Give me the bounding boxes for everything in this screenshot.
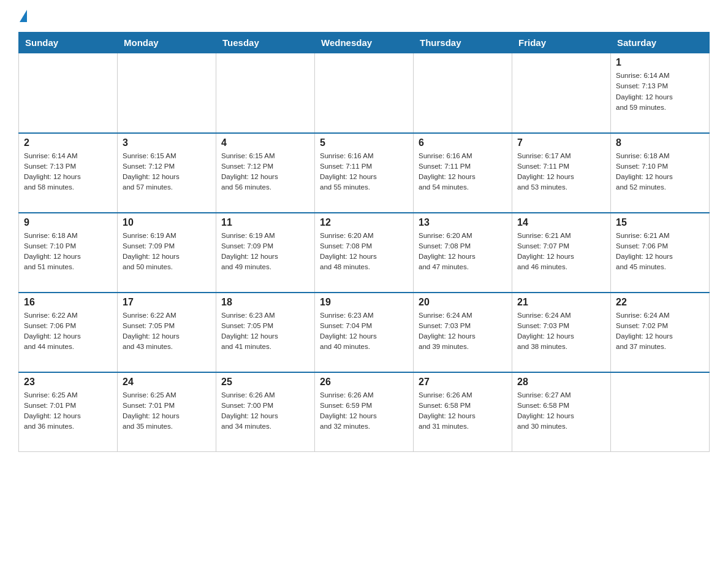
day-info: Sunrise: 6:26 AM Sunset: 6:59 PM Dayligh…	[320, 390, 408, 432]
week-row-4: 16Sunrise: 6:22 AM Sunset: 7:06 PM Dayli…	[19, 293, 710, 372]
header-saturday: Saturday	[611, 33, 710, 53]
day-number: 18	[221, 297, 309, 308]
calendar-cell: 27Sunrise: 6:26 AM Sunset: 6:58 PM Dayli…	[414, 372, 512, 452]
calendar-cell: 6Sunrise: 6:16 AM Sunset: 7:11 PM Daylig…	[414, 133, 512, 213]
day-number: 26	[320, 377, 408, 388]
day-info: Sunrise: 6:24 AM Sunset: 7:03 PM Dayligh…	[517, 310, 605, 353]
calendar-cell: 24Sunrise: 6:25 AM Sunset: 7:01 PM Dayli…	[118, 372, 216, 452]
day-number: 17	[123, 297, 211, 308]
week-row-2: 2Sunrise: 6:14 AM Sunset: 7:13 PM Daylig…	[19, 133, 710, 213]
calendar-cell: 15Sunrise: 6:21 AM Sunset: 7:06 PM Dayli…	[611, 213, 710, 293]
day-info: Sunrise: 6:24 AM Sunset: 7:03 PM Dayligh…	[419, 310, 507, 353]
calendar-cell: 28Sunrise: 6:27 AM Sunset: 6:58 PM Dayli…	[512, 372, 611, 452]
day-number: 11	[221, 217, 309, 228]
calendar-cell: 10Sunrise: 6:19 AM Sunset: 7:09 PM Dayli…	[118, 213, 216, 293]
day-info: Sunrise: 6:22 AM Sunset: 7:05 PM Dayligh…	[123, 310, 211, 353]
day-number: 20	[419, 297, 507, 308]
calendar-cell	[512, 53, 611, 133]
logo-triangle-icon	[20, 10, 27, 22]
day-number: 25	[221, 377, 309, 388]
day-number: 8	[616, 137, 704, 148]
calendar-cell: 2Sunrise: 6:14 AM Sunset: 7:13 PM Daylig…	[19, 133, 118, 213]
day-number: 19	[320, 297, 408, 308]
header-sunday: Sunday	[19, 33, 118, 53]
calendar-table: SundayMondayTuesdayWednesdayThursdayFrid…	[18, 32, 710, 452]
calendar-cell: 1Sunrise: 6:14 AM Sunset: 7:13 PM Daylig…	[611, 53, 710, 133]
day-info: Sunrise: 6:24 AM Sunset: 7:02 PM Dayligh…	[616, 310, 704, 353]
day-number: 10	[123, 217, 211, 228]
calendar-cell: 5Sunrise: 6:16 AM Sunset: 7:11 PM Daylig…	[315, 133, 414, 213]
day-info: Sunrise: 6:23 AM Sunset: 7:05 PM Dayligh…	[221, 310, 309, 353]
day-number: 15	[616, 217, 704, 228]
week-row-1: 1Sunrise: 6:14 AM Sunset: 7:13 PM Daylig…	[19, 53, 710, 133]
week-row-3: 9Sunrise: 6:18 AM Sunset: 7:10 PM Daylig…	[19, 213, 710, 293]
day-number: 13	[419, 217, 507, 228]
calendar-cell: 14Sunrise: 6:21 AM Sunset: 7:07 PM Dayli…	[512, 213, 611, 293]
calendar-cell	[118, 53, 216, 133]
calendar-cell	[216, 53, 315, 133]
week-row-5: 23Sunrise: 6:25 AM Sunset: 7:01 PM Dayli…	[19, 372, 710, 452]
calendar-cell: 25Sunrise: 6:26 AM Sunset: 7:00 PM Dayli…	[216, 372, 315, 452]
calendar-cell: 3Sunrise: 6:15 AM Sunset: 7:12 PM Daylig…	[118, 133, 216, 213]
day-number: 21	[517, 297, 605, 308]
page-header	[18, 12, 710, 22]
day-info: Sunrise: 6:16 AM Sunset: 7:11 PM Dayligh…	[320, 151, 408, 193]
header-wednesday: Wednesday	[315, 33, 414, 53]
calendar-cell: 11Sunrise: 6:19 AM Sunset: 7:09 PM Dayli…	[216, 213, 315, 293]
day-info: Sunrise: 6:20 AM Sunset: 7:08 PM Dayligh…	[419, 231, 507, 273]
calendar-cell: 18Sunrise: 6:23 AM Sunset: 7:05 PM Dayli…	[216, 293, 315, 372]
calendar-cell: 7Sunrise: 6:17 AM Sunset: 7:11 PM Daylig…	[512, 133, 611, 213]
day-number: 27	[419, 377, 507, 388]
calendar-cell	[414, 53, 512, 133]
day-number: 24	[123, 377, 211, 388]
day-info: Sunrise: 6:26 AM Sunset: 6:58 PM Dayligh…	[419, 390, 507, 432]
day-number: 3	[123, 137, 211, 148]
day-number: 9	[24, 217, 112, 228]
calendar-cell: 12Sunrise: 6:20 AM Sunset: 7:08 PM Dayli…	[315, 213, 414, 293]
calendar-cell: 22Sunrise: 6:24 AM Sunset: 7:02 PM Dayli…	[611, 293, 710, 372]
calendar-header-row: SundayMondayTuesdayWednesdayThursdayFrid…	[19, 33, 710, 53]
calendar-cell: 17Sunrise: 6:22 AM Sunset: 7:05 PM Dayli…	[118, 293, 216, 372]
header-tuesday: Tuesday	[216, 33, 315, 53]
calendar-cell: 23Sunrise: 6:25 AM Sunset: 7:01 PM Dayli…	[19, 372, 118, 452]
day-number: 7	[517, 137, 605, 148]
day-info: Sunrise: 6:21 AM Sunset: 7:07 PM Dayligh…	[517, 231, 605, 273]
day-info: Sunrise: 6:18 AM Sunset: 7:10 PM Dayligh…	[616, 151, 704, 193]
day-number: 6	[419, 137, 507, 148]
logo	[18, 12, 27, 22]
calendar-cell: 19Sunrise: 6:23 AM Sunset: 7:04 PM Dayli…	[315, 293, 414, 372]
day-number: 16	[24, 297, 112, 308]
day-number: 5	[320, 137, 408, 148]
header-monday: Monday	[118, 33, 216, 53]
day-info: Sunrise: 6:27 AM Sunset: 6:58 PM Dayligh…	[517, 390, 605, 432]
day-info: Sunrise: 6:16 AM Sunset: 7:11 PM Dayligh…	[419, 151, 507, 193]
calendar-cell: 16Sunrise: 6:22 AM Sunset: 7:06 PM Dayli…	[19, 293, 118, 372]
day-info: Sunrise: 6:25 AM Sunset: 7:01 PM Dayligh…	[24, 390, 112, 432]
day-info: Sunrise: 6:17 AM Sunset: 7:11 PM Dayligh…	[517, 151, 605, 193]
day-info: Sunrise: 6:15 AM Sunset: 7:12 PM Dayligh…	[123, 151, 211, 193]
day-info: Sunrise: 6:14 AM Sunset: 7:13 PM Dayligh…	[24, 151, 112, 193]
calendar-cell: 26Sunrise: 6:26 AM Sunset: 6:59 PM Dayli…	[315, 372, 414, 452]
calendar-cell	[315, 53, 414, 133]
calendar-cell: 4Sunrise: 6:15 AM Sunset: 7:12 PM Daylig…	[216, 133, 315, 213]
day-number: 23	[24, 377, 112, 388]
day-info: Sunrise: 6:18 AM Sunset: 7:10 PM Dayligh…	[24, 231, 112, 273]
day-number: 28	[517, 377, 605, 388]
day-number: 4	[221, 137, 309, 148]
day-info: Sunrise: 6:14 AM Sunset: 7:13 PM Dayligh…	[616, 71, 704, 113]
header-thursday: Thursday	[414, 33, 512, 53]
day-number: 22	[616, 297, 704, 308]
day-info: Sunrise: 6:20 AM Sunset: 7:08 PM Dayligh…	[320, 231, 408, 273]
day-info: Sunrise: 6:22 AM Sunset: 7:06 PM Dayligh…	[24, 310, 112, 353]
day-number: 1	[616, 57, 704, 68]
header-friday: Friday	[512, 33, 611, 53]
day-number: 2	[24, 137, 112, 148]
day-number: 12	[320, 217, 408, 228]
day-info: Sunrise: 6:19 AM Sunset: 7:09 PM Dayligh…	[123, 231, 211, 273]
calendar-cell: 21Sunrise: 6:24 AM Sunset: 7:03 PM Dayli…	[512, 293, 611, 372]
day-info: Sunrise: 6:21 AM Sunset: 7:06 PM Dayligh…	[616, 231, 704, 273]
calendar-cell	[611, 372, 710, 452]
day-number: 14	[517, 217, 605, 228]
day-info: Sunrise: 6:26 AM Sunset: 7:00 PM Dayligh…	[221, 390, 309, 432]
calendar-cell: 8Sunrise: 6:18 AM Sunset: 7:10 PM Daylig…	[611, 133, 710, 213]
